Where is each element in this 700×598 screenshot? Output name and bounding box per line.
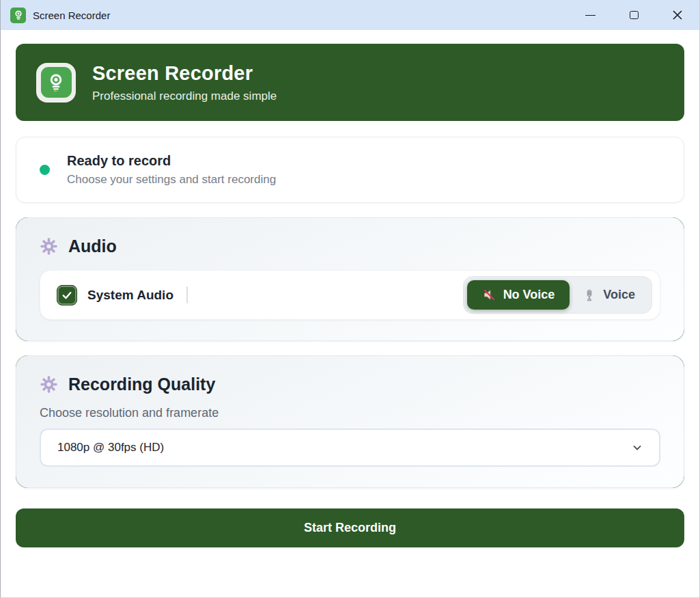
- header-subtitle: Professional recording made simple: [92, 90, 277, 103]
- app-logo: [36, 63, 76, 103]
- audio-section-body: Audio System Audio: [16, 217, 684, 341]
- maximize-icon: [630, 11, 639, 19]
- app-logo-inner: [41, 67, 72, 98]
- status-card: Ready to record Choose your settings and…: [16, 137, 684, 203]
- close-button[interactable]: [656, 0, 699, 30]
- status-title: Ready to record: [67, 153, 276, 169]
- voice-button[interactable]: Voice: [570, 280, 648, 310]
- quality-selected-value: 1080p @ 30fps (HD): [57, 441, 164, 454]
- voice-label: Voice: [603, 288, 635, 302]
- quality-subtitle: Choose resolution and framerate: [40, 406, 660, 420]
- system-audio-row: System Audio No Voice: [40, 270, 660, 320]
- gear-icon: [40, 375, 58, 394]
- quality-section-heading: Recording Quality: [40, 375, 660, 394]
- checkbox-box[interactable]: [57, 285, 77, 305]
- main-content: Screen Recorder Professional recording m…: [1, 30, 699, 547]
- window-controls: [568, 0, 699, 30]
- quality-section-body: Recording Quality Choose resolution and …: [16, 355, 684, 488]
- gear-icon: [40, 237, 58, 256]
- minimize-button[interactable]: [568, 0, 612, 30]
- title-bar: Screen Recorder: [1, 0, 699, 30]
- system-audio-checkbox[interactable]: System Audio: [57, 285, 173, 305]
- checkmark-icon: [61, 289, 73, 301]
- app-header-banner: Screen Recorder Professional recording m…: [16, 44, 684, 121]
- no-voice-label: No Voice: [503, 288, 555, 302]
- webcam-bulb-icon: [46, 72, 66, 93]
- audio-section-title: Audio: [68, 236, 117, 256]
- status-text: Ready to record Choose your settings and…: [67, 153, 276, 187]
- audio-section-heading: Audio: [40, 236, 660, 256]
- close-icon: [672, 10, 683, 21]
- maximize-button[interactable]: [612, 0, 656, 30]
- minimize-icon: [585, 15, 596, 16]
- header-title: Screen Recorder: [92, 62, 277, 85]
- audio-section: Audio System Audio: [16, 217, 684, 341]
- system-audio-label: System Audio: [87, 288, 173, 303]
- muted-speaker-icon: [482, 288, 496, 302]
- webcam-bulb-icon: [13, 10, 24, 21]
- divider: [186, 286, 188, 303]
- no-voice-button[interactable]: No Voice: [467, 280, 570, 310]
- banner-text: Screen Recorder Professional recording m…: [92, 62, 277, 103]
- quality-section-title: Recording Quality: [68, 375, 215, 394]
- quality-section: Recording Quality Choose resolution and …: [16, 355, 684, 488]
- chevron-down-icon: [630, 441, 644, 454]
- start-recording-button[interactable]: Start Recording: [16, 508, 684, 547]
- status-indicator-dot: [40, 165, 50, 175]
- voice-toggle-group: No Voice Voice: [463, 276, 652, 314]
- status-subtitle: Choose your settings and start recording: [67, 173, 276, 187]
- studio-microphone-icon: [583, 288, 596, 302]
- quality-dropdown[interactable]: 1080p @ 30fps (HD): [40, 429, 660, 467]
- app-icon: [10, 8, 26, 23]
- window-title: Screen Recorder: [33, 10, 110, 21]
